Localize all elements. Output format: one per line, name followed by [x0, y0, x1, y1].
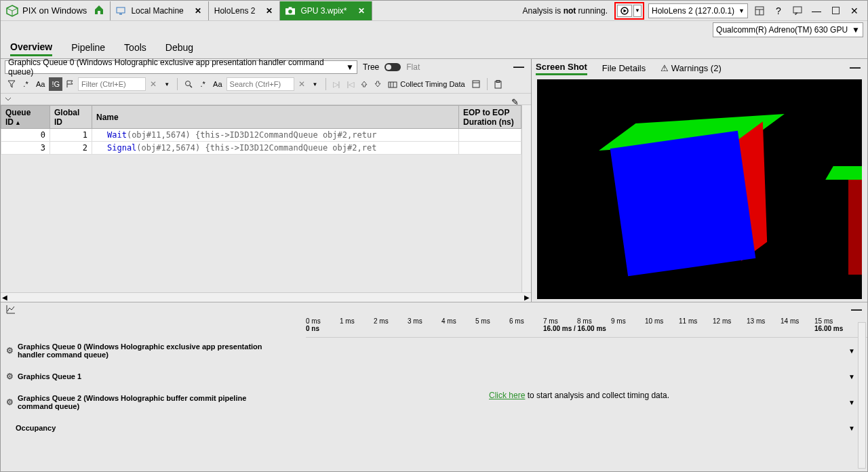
collapse-details-button[interactable]: —	[850, 62, 861, 74]
svg-rect-12	[793, 7, 802, 13]
minimize-button[interactable]: —	[809, 3, 824, 18]
app-title: PIX on Windows	[22, 5, 87, 16]
chevron-down-icon: ▼	[852, 25, 860, 35]
search-dropdown[interactable]: ▼	[309, 77, 321, 91]
maximize-button[interactable]	[828, 3, 843, 18]
doc-tab-local-machine[interactable]: Local Machine ✕	[110, 1, 208, 20]
layout-icon[interactable]	[752, 3, 767, 18]
menu-tools[interactable]: Tools	[124, 42, 146, 55]
close-icon[interactable]: ✕	[266, 6, 273, 16]
down-arrow-icon[interactable]	[372, 77, 384, 91]
table-row[interactable]: 3 2 Signal(obj#12,5674) {this->ID3D12Com…	[1, 142, 521, 155]
svg-rect-5	[289, 7, 292, 9]
queue-select[interactable]: Graphics Queue 0 (Windows Holographic ex…	[5, 60, 357, 74]
tab-screenshot[interactable]: Screen Shot	[536, 60, 587, 75]
svg-point-15	[186, 81, 191, 86]
pix-app-icon	[6, 5, 18, 17]
doc-tab-hololens2[interactable]: HoloLens 2 ✕	[208, 1, 280, 20]
cube2-right-face	[848, 180, 862, 275]
separator	[487, 78, 488, 90]
tab-warnings[interactable]: ⚠ Warnings (2)	[660, 62, 722, 75]
menu-overview[interactable]: Overview	[10, 41, 52, 56]
device-select[interactable]: HoloLens 2 (127.0.0.1) ▼	[648, 3, 748, 18]
filter-dropdown[interactable]: ▼	[161, 77, 173, 91]
filter-input[interactable]	[78, 77, 146, 91]
table-row[interactable]: 0 1 Wait(obj#11,5674) {this->ID3D12Comma…	[1, 129, 521, 142]
close-icon[interactable]: ✕	[358, 6, 365, 16]
col-name[interactable]: Name	[92, 106, 459, 129]
vertical-scrollbar[interactable]	[521, 105, 531, 292]
home-icon[interactable]	[94, 4, 104, 18]
prev-draw-icon[interactable]: |◁	[344, 77, 357, 91]
close-icon[interactable]: ✕	[195, 6, 201, 16]
case-toggle-2[interactable]: Aa	[210, 77, 224, 91]
click-here-link[interactable]: Click here	[489, 391, 525, 400]
collect-timing-button[interactable]: Collect Timing Data	[385, 77, 467, 91]
gear-icon[interactable]: ⚙	[6, 346, 14, 355]
scroll-right-icon[interactable]: ▶	[524, 294, 530, 301]
feedback-icon[interactable]	[790, 3, 805, 18]
col-global-id[interactable]: Global ID	[50, 106, 92, 129]
next-draw-icon[interactable]: ▷|	[330, 77, 343, 91]
timeline-row-gq1[interactable]: ⚙Graphics Queue 1 ▼	[1, 363, 867, 389]
gear-icon[interactable]: ⚙	[6, 372, 14, 381]
regex-toggle[interactable]: .*	[20, 77, 32, 91]
chevron-down-icon[interactable]: ▼	[848, 399, 855, 406]
titlebar-right: Analysis is not running. ▼ HoloLens 2 (1…	[523, 2, 866, 20]
chevron-down-icon[interactable]: ▼	[848, 425, 855, 432]
tab-file-details[interactable]: File Details	[602, 62, 646, 75]
up-arrow-icon[interactable]	[358, 77, 370, 91]
horizontal-scrollbar[interactable]: ◀ ▶	[1, 292, 531, 302]
chart-icon[interactable]	[6, 304, 16, 316]
play-dropdown[interactable]: ▼	[633, 5, 642, 17]
clipboard-icon[interactable]	[492, 77, 505, 91]
chevron-down-icon[interactable]: ▼	[848, 347, 855, 355]
timeline-row-gq2[interactable]: ⚙Graphics Queue 2 (Windows Holographic b…	[1, 389, 867, 415]
doc-tab-gpu3[interactable]: GPU 3.wpix* ✕	[279, 1, 372, 20]
not-g-toggle[interactable]: !G	[49, 77, 62, 91]
filter-icon[interactable]	[5, 77, 18, 91]
clear-filter-button[interactable]: ✕	[147, 77, 159, 91]
camera-icon	[285, 6, 295, 16]
search-input[interactable]	[226, 77, 294, 91]
collapse-timeline-button[interactable]: —	[851, 304, 862, 316]
scroll-left-icon[interactable]: ◀	[2, 294, 7, 301]
chevron-down-icon[interactable]: ▼	[848, 373, 855, 380]
close-button[interactable]: ✕	[847, 3, 862, 18]
gear-icon[interactable]: ⚙	[6, 397, 14, 407]
svg-point-6	[289, 9, 293, 14]
tree-flat-toggle[interactable]	[384, 63, 401, 71]
timeline-row-gq0[interactable]: ⚙Graphics Queue 0 (Windows Holographic e…	[1, 338, 867, 363]
play-button[interactable]	[617, 5, 632, 17]
screenshot-viewport[interactable]	[537, 79, 862, 299]
tree-label: Tree	[363, 62, 379, 72]
timeline-ruler[interactable]: 0 ms0 ns 1 ms 2 ms 3 ms 4 ms 5 ms 6 ms 7…	[306, 317, 867, 338]
timeline-vertical-scrollbar[interactable]	[858, 322, 866, 469]
col-queue-id[interactable]: Queue ID▲	[1, 106, 50, 129]
cube-front-face	[610, 131, 756, 277]
search-icon[interactable]	[182, 77, 195, 91]
collapse-pane-button[interactable]: —	[513, 61, 524, 73]
doc-tab-label: HoloLens 2	[214, 6, 256, 16]
flag-icon[interactable]	[64, 77, 77, 91]
edit-columns-icon[interactable]: ✎	[511, 97, 519, 107]
collapse-all-row[interactable]	[1, 93, 531, 105]
case-toggle[interactable]: Aa	[33, 77, 47, 91]
menu-pipeline[interactable]: Pipeline	[71, 42, 105, 55]
gpu-select[interactable]: Qualcomm(R) Adreno(TM) 630 GPU ▼	[713, 22, 863, 37]
chevron-down-icon: ▼	[635, 7, 640, 14]
flat-label: Flat	[406, 62, 420, 72]
events-toolbar: .* Aa !G ✕ ▼ .* Aa ✕ ▼ ▷| |◁ Collect Tim…	[1, 75, 531, 93]
menu-debug[interactable]: Debug	[165, 42, 193, 55]
col-duration[interactable]: EOP to EOP Duration (ns)	[459, 106, 521, 129]
regex-toggle-2[interactable]: .*	[197, 77, 209, 91]
clear-search-button[interactable]: ✕	[296, 77, 308, 91]
svg-rect-2	[117, 7, 125, 13]
timeline-header: —	[1, 302, 867, 317]
timeline-row-occupancy[interactable]: Occupancy ▼	[1, 415, 867, 441]
timing-config-icon[interactable]	[469, 77, 483, 91]
doc-tab-label: GPU 3.wpix*	[300, 6, 347, 16]
cube2-top-face	[825, 166, 862, 180]
help-icon[interactable]: ?	[771, 3, 786, 18]
queue-select-value: Graphics Queue 0 (Windows Holographic ex…	[8, 58, 342, 77]
